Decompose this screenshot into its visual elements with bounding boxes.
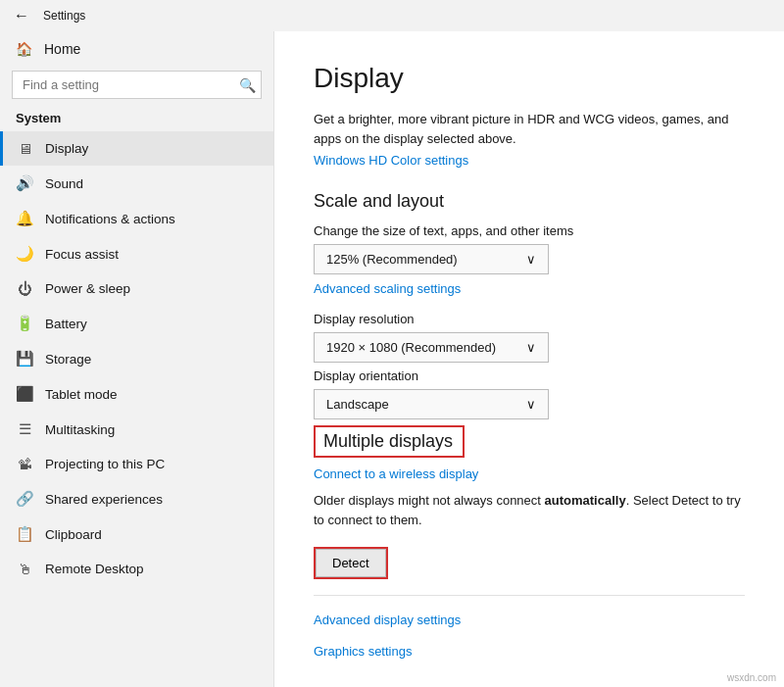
scale-value: 125% (Recommended) — [326, 252, 458, 267]
sidebar-item-home[interactable]: 🏠 Home — [0, 31, 273, 67]
home-icon: 🏠 — [16, 41, 32, 57]
orientation-value: Landscape — [326, 397, 389, 412]
sidebar-item-label-battery: Battery — [45, 317, 87, 331]
hdr-description: Get a brighter, more vibrant picture in … — [314, 110, 745, 148]
watermark: wsxdn.com — [727, 672, 776, 683]
chevron-down-icon-2: ∨ — [526, 340, 536, 355]
scale-label: Change the size of text, apps, and other… — [314, 223, 745, 238]
hdr-link[interactable]: Windows HD Color settings — [314, 153, 468, 168]
sidebar-item-power[interactable]: ⏻ Power & sleep — [0, 271, 273, 306]
sidebar-item-label-projecting: Projecting to this PC — [45, 457, 165, 471]
sidebar-item-storage[interactable]: 💾 Storage — [0, 341, 273, 376]
storage-icon: 💾 — [16, 350, 33, 368]
tablet-icon: ⬛ — [16, 385, 33, 403]
sidebar-item-label-multitasking: Multitasking — [45, 422, 115, 437]
sidebar: 🏠 Home 🔍 System 🖥 Display 🔊 Sound 🔔 Noti… — [0, 31, 274, 687]
auto-connect-description: Older displays might not always connect … — [314, 491, 745, 529]
sidebar-item-remote[interactable]: 🖱 Remote Desktop — [0, 552, 273, 586]
detect-button-wrapper: Detect — [314, 547, 388, 579]
graphics-link[interactable]: Graphics settings — [314, 644, 412, 659]
sidebar-search[interactable]: 🔍 — [12, 71, 262, 99]
sidebar-item-tablet[interactable]: ⬛ Tablet mode — [0, 376, 273, 412]
sidebar-item-label-notifications: Notifications & actions — [45, 212, 175, 226]
sidebar-item-shared[interactable]: 🔗 Shared experiences — [0, 481, 273, 516]
sidebar-item-label-power: Power & sleep — [45, 281, 130, 296]
page-title: Display — [314, 63, 745, 94]
scale-dropdown[interactable]: 125% (Recommended) ∨ — [314, 244, 549, 274]
sidebar-item-clipboard[interactable]: 📋 Clipboard — [0, 516, 273, 552]
main-content: Display Get a brighter, more vibrant pic… — [274, 31, 784, 687]
sidebar-section-label: System — [0, 107, 273, 131]
resolution-dropdown[interactable]: 1920 × 1080 (Recommended) ∨ — [314, 332, 549, 363]
shared-icon: 🔗 — [16, 490, 33, 508]
sidebar-item-label-sound: Sound — [45, 176, 83, 191]
projecting-icon: 📽 — [16, 456, 33, 472]
notifications-icon: 🔔 — [16, 210, 33, 227]
battery-icon: 🔋 — [16, 315, 33, 332]
sidebar-item-label-storage: Storage — [45, 352, 91, 367]
multitasking-icon: ☰ — [16, 420, 33, 438]
sidebar-item-label-display: Display — [45, 141, 88, 156]
clipboard-icon: 📋 — [16, 525, 33, 543]
divider — [314, 595, 745, 596]
power-icon: ⏻ — [16, 280, 33, 297]
orientation-dropdown[interactable]: Landscape ∨ — [314, 389, 549, 419]
sidebar-item-projecting[interactable]: 📽 Projecting to this PC — [0, 447, 273, 481]
sidebar-item-multitasking[interactable]: ☰ Multitasking — [0, 412, 273, 447]
auto-connect-text-before: Older displays might not always connect — [314, 493, 545, 508]
sidebar-item-battery[interactable]: 🔋 Battery — [0, 306, 273, 341]
search-input[interactable] — [12, 71, 262, 99]
advanced-display-link[interactable]: Advanced display settings — [314, 613, 461, 627]
display-icon: 🖥 — [16, 140, 33, 157]
sidebar-item-focus[interactable]: 🌙 Focus assist — [0, 236, 273, 271]
search-icon[interactable]: 🔍 — [239, 77, 256, 93]
sidebar-item-label-focus: Focus assist — [45, 247, 119, 262]
sidebar-item-sound[interactable]: 🔊 Sound — [0, 166, 273, 201]
sidebar-home-label: Home — [44, 41, 80, 57]
sidebar-item-label-tablet: Tablet mode — [45, 387, 118, 402]
sidebar-item-display[interactable]: 🖥 Display — [0, 131, 273, 166]
connect-wireless-link[interactable]: Connect to a wireless display — [314, 466, 478, 481]
scale-section-title: Scale and layout — [314, 191, 745, 212]
chevron-down-icon-3: ∨ — [526, 397, 536, 412]
titlebar: ← Settings — [0, 0, 784, 31]
focus-icon: 🌙 — [16, 245, 33, 263]
multiple-displays-section: Multiple displays — [314, 425, 465, 458]
orientation-label: Display orientation — [314, 368, 745, 383]
resolution-label: Display resolution — [314, 312, 745, 326]
detect-button[interactable]: Detect — [316, 549, 386, 577]
sidebar-item-label-shared: Shared experiences — [45, 492, 163, 507]
advanced-scaling-link[interactable]: Advanced scaling settings — [314, 281, 461, 296]
sidebar-item-notifications[interactable]: 🔔 Notifications & actions — [0, 201, 273, 236]
chevron-down-icon: ∨ — [526, 252, 536, 267]
sidebar-item-label-clipboard: Clipboard — [45, 527, 102, 542]
remote-icon: 🖱 — [16, 561, 33, 577]
sidebar-items: 🖥 Display 🔊 Sound 🔔 Notifications & acti… — [0, 131, 273, 586]
sidebar-item-label-remote: Remote Desktop — [45, 562, 144, 576]
resolution-value: 1920 × 1080 (Recommended) — [326, 340, 496, 355]
titlebar-title: Settings — [43, 9, 85, 23]
back-button[interactable]: ← — [8, 2, 35, 29]
auto-connect-bold: automatically — [545, 493, 626, 508]
multiple-displays-title: Multiple displays — [316, 431, 461, 452]
sound-icon: 🔊 — [16, 174, 33, 192]
